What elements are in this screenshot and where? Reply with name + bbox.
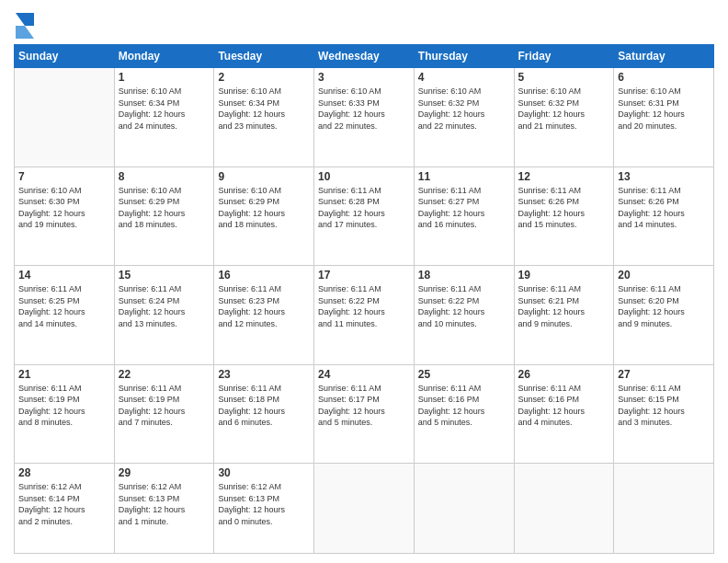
calendar-week-row: 14Sunrise: 6:11 AMSunset: 6:25 PMDayligh… bbox=[15, 266, 714, 365]
day-info: Sunrise: 6:12 AMSunset: 6:13 PMDaylight:… bbox=[218, 481, 310, 527]
day-info: Sunrise: 6:11 AMSunset: 6:20 PMDaylight:… bbox=[618, 283, 710, 329]
calendar-day-cell: 10Sunrise: 6:11 AMSunset: 6:28 PMDayligh… bbox=[314, 167, 415, 266]
day-number: 3 bbox=[318, 71, 410, 84]
svg-marker-0 bbox=[16, 13, 34, 26]
calendar-day-header: Friday bbox=[514, 45, 614, 68]
calendar-day-header: Saturday bbox=[614, 45, 714, 68]
calendar-day-cell: 22Sunrise: 6:11 AMSunset: 6:19 PMDayligh… bbox=[114, 364, 214, 464]
day-number: 21 bbox=[18, 368, 110, 381]
day-info: Sunrise: 6:11 AMSunset: 6:17 PMDaylight:… bbox=[318, 383, 410, 429]
calendar-day-cell: 3Sunrise: 6:10 AMSunset: 6:33 PMDaylight… bbox=[314, 68, 415, 167]
calendar-week-row: 21Sunrise: 6:11 AMSunset: 6:19 PMDayligh… bbox=[15, 364, 714, 464]
day-number: 12 bbox=[518, 170, 610, 183]
day-number: 15 bbox=[119, 269, 210, 282]
calendar-week-row: 28Sunrise: 6:12 AMSunset: 6:14 PMDayligh… bbox=[15, 464, 714, 554]
calendar-day-cell: 6Sunrise: 6:10 AMSunset: 6:31 PMDaylight… bbox=[614, 68, 714, 167]
day-info: Sunrise: 6:11 AMSunset: 6:22 PMDaylight:… bbox=[418, 283, 510, 329]
calendar-day-cell: 30Sunrise: 6:12 AMSunset: 6:13 PMDayligh… bbox=[214, 464, 314, 554]
calendar-day-cell: 23Sunrise: 6:11 AMSunset: 6:18 PMDayligh… bbox=[214, 364, 314, 464]
day-info: Sunrise: 6:11 AMSunset: 6:16 PMDaylight:… bbox=[518, 383, 610, 429]
day-number: 22 bbox=[119, 368, 210, 381]
day-info: Sunrise: 6:10 AMSunset: 6:32 PMDaylight:… bbox=[518, 86, 610, 132]
day-number: 14 bbox=[18, 269, 110, 282]
calendar-header-row: SundayMondayTuesdayWednesdayThursdayFrid… bbox=[15, 45, 714, 68]
day-number: 26 bbox=[518, 368, 610, 381]
calendar-day-header: Sunday bbox=[15, 45, 115, 68]
calendar-day-cell: 27Sunrise: 6:11 AMSunset: 6:15 PMDayligh… bbox=[614, 364, 714, 464]
day-info: Sunrise: 6:11 AMSunset: 6:16 PMDaylight:… bbox=[418, 383, 510, 429]
day-info: Sunrise: 6:10 AMSunset: 6:34 PMDaylight:… bbox=[218, 86, 310, 132]
day-number: 9 bbox=[218, 170, 310, 183]
calendar-day-cell: 14Sunrise: 6:11 AMSunset: 6:25 PMDayligh… bbox=[15, 266, 115, 365]
day-info: Sunrise: 6:11 AMSunset: 6:19 PMDaylight:… bbox=[18, 383, 110, 429]
day-info: Sunrise: 6:11 AMSunset: 6:27 PMDaylight:… bbox=[418, 185, 510, 231]
day-number: 19 bbox=[518, 269, 610, 282]
day-info: Sunrise: 6:12 AMSunset: 6:14 PMDaylight:… bbox=[18, 481, 110, 527]
calendar-day-header: Tuesday bbox=[214, 45, 314, 68]
day-info: Sunrise: 6:11 AMSunset: 6:19 PMDaylight:… bbox=[119, 383, 210, 429]
page: SundayMondayTuesdayWednesdayThursdayFrid… bbox=[0, 0, 728, 563]
calendar-day-cell: 26Sunrise: 6:11 AMSunset: 6:16 PMDayligh… bbox=[514, 364, 614, 464]
day-number: 28 bbox=[18, 466, 110, 479]
day-info: Sunrise: 6:11 AMSunset: 6:15 PMDaylight:… bbox=[618, 383, 710, 429]
day-info: Sunrise: 6:10 AMSunset: 6:33 PMDaylight:… bbox=[318, 86, 410, 132]
calendar-day-cell: 7Sunrise: 6:10 AMSunset: 6:30 PMDaylight… bbox=[15, 167, 115, 266]
calendar-day-cell: 8Sunrise: 6:10 AMSunset: 6:29 PMDaylight… bbox=[114, 167, 214, 266]
day-number: 6 bbox=[618, 71, 710, 84]
day-number: 23 bbox=[218, 368, 310, 381]
svg-marker-1 bbox=[16, 26, 34, 39]
day-info: Sunrise: 6:11 AMSunset: 6:23 PMDaylight:… bbox=[218, 283, 310, 329]
day-number: 18 bbox=[418, 269, 510, 282]
day-number: 24 bbox=[318, 368, 410, 381]
calendar-day-cell bbox=[414, 464, 514, 554]
day-info: Sunrise: 6:11 AMSunset: 6:24 PMDaylight:… bbox=[119, 283, 210, 329]
calendar-day-cell: 11Sunrise: 6:11 AMSunset: 6:27 PMDayligh… bbox=[414, 167, 514, 266]
calendar-day-cell bbox=[15, 68, 115, 167]
calendar-week-row: 7Sunrise: 6:10 AMSunset: 6:30 PMDaylight… bbox=[15, 167, 714, 266]
logo bbox=[14, 13, 38, 39]
day-info: Sunrise: 6:11 AMSunset: 6:26 PMDaylight:… bbox=[618, 185, 710, 231]
calendar-day-cell: 20Sunrise: 6:11 AMSunset: 6:20 PMDayligh… bbox=[614, 266, 714, 365]
day-info: Sunrise: 6:11 AMSunset: 6:26 PMDaylight:… bbox=[518, 185, 610, 231]
day-info: Sunrise: 6:11 AMSunset: 6:22 PMDaylight:… bbox=[318, 283, 410, 329]
calendar-day-cell: 13Sunrise: 6:11 AMSunset: 6:26 PMDayligh… bbox=[614, 167, 714, 266]
day-number: 25 bbox=[418, 368, 510, 381]
day-info: Sunrise: 6:11 AMSunset: 6:28 PMDaylight:… bbox=[318, 185, 410, 231]
calendar-day-cell: 25Sunrise: 6:11 AMSunset: 6:16 PMDayligh… bbox=[414, 364, 514, 464]
day-number: 13 bbox=[618, 170, 710, 183]
calendar-day-cell: 9Sunrise: 6:10 AMSunset: 6:29 PMDaylight… bbox=[214, 167, 314, 266]
calendar-day-cell: 21Sunrise: 6:11 AMSunset: 6:19 PMDayligh… bbox=[15, 364, 115, 464]
calendar-day-header: Monday bbox=[114, 45, 214, 68]
day-info: Sunrise: 6:10 AMSunset: 6:29 PMDaylight:… bbox=[119, 185, 210, 231]
calendar-day-cell: 19Sunrise: 6:11 AMSunset: 6:21 PMDayligh… bbox=[514, 266, 614, 365]
day-number: 2 bbox=[218, 71, 310, 84]
header bbox=[14, 9, 714, 39]
calendar-day-cell: 1Sunrise: 6:10 AMSunset: 6:34 PMDaylight… bbox=[114, 68, 214, 167]
day-number: 1 bbox=[119, 71, 210, 84]
calendar-day-cell: 5Sunrise: 6:10 AMSunset: 6:32 PMDaylight… bbox=[514, 68, 614, 167]
day-number: 30 bbox=[218, 466, 310, 479]
calendar-day-cell: 17Sunrise: 6:11 AMSunset: 6:22 PMDayligh… bbox=[314, 266, 415, 365]
day-info: Sunrise: 6:10 AMSunset: 6:34 PMDaylight:… bbox=[119, 86, 210, 132]
calendar-day-cell: 28Sunrise: 6:12 AMSunset: 6:14 PMDayligh… bbox=[15, 464, 115, 554]
day-info: Sunrise: 6:10 AMSunset: 6:29 PMDaylight:… bbox=[218, 185, 310, 231]
day-info: Sunrise: 6:10 AMSunset: 6:32 PMDaylight:… bbox=[418, 86, 510, 132]
day-number: 10 bbox=[318, 170, 410, 183]
day-number: 8 bbox=[119, 170, 210, 183]
calendar-day-cell: 4Sunrise: 6:10 AMSunset: 6:32 PMDaylight… bbox=[414, 68, 514, 167]
day-number: 11 bbox=[418, 170, 510, 183]
day-number: 29 bbox=[119, 466, 210, 479]
day-info: Sunrise: 6:10 AMSunset: 6:30 PMDaylight:… bbox=[18, 185, 110, 231]
day-number: 16 bbox=[218, 269, 310, 282]
calendar-day-cell bbox=[614, 464, 714, 554]
calendar-table: SundayMondayTuesdayWednesdayThursdayFrid… bbox=[14, 44, 714, 554]
calendar-day-cell: 2Sunrise: 6:10 AMSunset: 6:34 PMDaylight… bbox=[214, 68, 314, 167]
calendar-day-header: Wednesday bbox=[314, 45, 415, 68]
calendar-day-cell: 24Sunrise: 6:11 AMSunset: 6:17 PMDayligh… bbox=[314, 364, 415, 464]
day-info: Sunrise: 6:12 AMSunset: 6:13 PMDaylight:… bbox=[119, 481, 210, 527]
calendar-day-cell: 18Sunrise: 6:11 AMSunset: 6:22 PMDayligh… bbox=[414, 266, 514, 365]
day-info: Sunrise: 6:11 AMSunset: 6:18 PMDaylight:… bbox=[218, 383, 310, 429]
logo-icon bbox=[16, 13, 34, 39]
calendar-day-cell bbox=[514, 464, 614, 554]
calendar-day-cell: 29Sunrise: 6:12 AMSunset: 6:13 PMDayligh… bbox=[114, 464, 214, 554]
